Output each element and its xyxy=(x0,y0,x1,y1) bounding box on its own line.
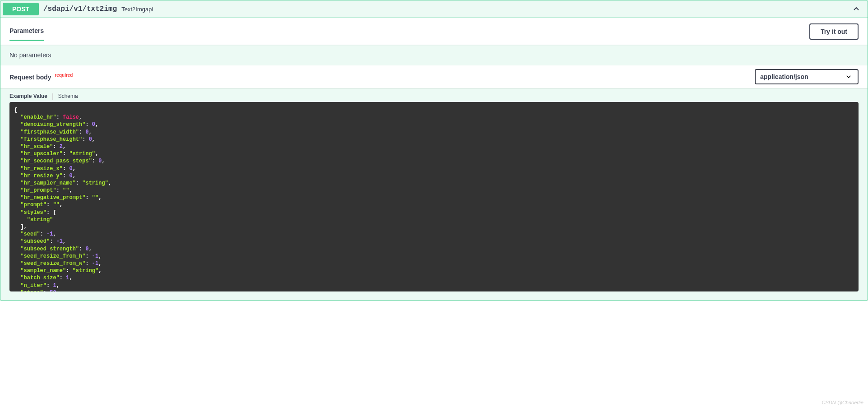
content-type-select[interactable]: application/json xyxy=(755,69,859,84)
example-schema-tabs: Example Value | Schema xyxy=(0,88,868,102)
required-badge: required xyxy=(53,73,73,78)
no-parameters-text: No parameters xyxy=(0,45,868,65)
operation-summary[interactable]: POST /sdapi/v1/txt2img Text2Imgapi xyxy=(0,0,868,18)
example-json-code[interactable]: { "enable_hr": false, "denoising_strengt… xyxy=(9,102,859,291)
tab-example-value[interactable]: Example Value xyxy=(9,93,52,99)
tab-schema[interactable]: Schema xyxy=(58,93,83,99)
operation-block: POST /sdapi/v1/txt2img Text2Imgapi Param… xyxy=(0,0,868,301)
chevron-up-icon xyxy=(852,5,861,14)
endpoint-path: /sdapi/v1/txt2img xyxy=(39,5,121,13)
example-value-container: { "enable_hr": false, "denoising_strengt… xyxy=(9,102,859,291)
endpoint-description: Text2Imgapi xyxy=(121,6,852,13)
tab-divider: | xyxy=(52,92,58,100)
parameters-header: Parameters Try it out xyxy=(0,18,868,45)
request-body-label: Request body xyxy=(9,74,51,81)
parameters-title: Parameters xyxy=(9,22,44,41)
http-method-badge: POST xyxy=(3,3,39,15)
request-body-title: Request body required xyxy=(9,73,73,81)
request-body-header: Request body required application/json xyxy=(0,65,868,88)
try-it-out-button[interactable]: Try it out xyxy=(809,23,859,40)
